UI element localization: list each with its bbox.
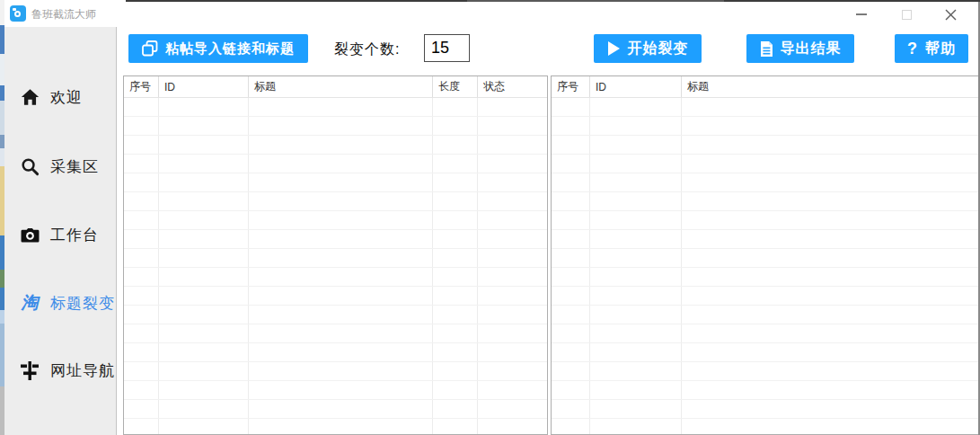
table-row[interactable] xyxy=(552,400,978,419)
table-row[interactable] xyxy=(552,155,978,173)
table-row[interactable] xyxy=(124,173,547,192)
table-cell xyxy=(590,192,682,210)
column-header-index: 序号 xyxy=(552,76,590,97)
table-row[interactable] xyxy=(552,136,978,155)
table-row[interactable] xyxy=(552,324,978,343)
table-cell xyxy=(552,419,590,435)
table-row[interactable] xyxy=(124,381,547,400)
table-row[interactable] xyxy=(552,173,978,192)
table-row[interactable] xyxy=(124,268,547,287)
table-cell xyxy=(478,136,547,154)
table-row[interactable] xyxy=(124,117,547,136)
column-header-title: 标题 xyxy=(249,76,433,97)
minimize-button[interactable] xyxy=(848,2,875,27)
table-row[interactable] xyxy=(552,362,978,381)
table-row[interactable] xyxy=(124,98,547,117)
sidebar-item-collection[interactable]: 采集区 xyxy=(4,152,116,181)
table-row[interactable] xyxy=(552,268,978,287)
table-cell xyxy=(552,173,590,191)
table-cell xyxy=(478,306,547,324)
table-cell xyxy=(552,362,590,380)
table-row[interactable] xyxy=(552,192,978,211)
sidebar-item-title-fission[interactable]: 淘 标题裂变 xyxy=(4,289,116,317)
table-row[interactable] xyxy=(124,287,547,306)
paste-import-button[interactable]: 粘帖导入链接和标题 xyxy=(128,34,308,63)
table-row[interactable] xyxy=(552,306,978,324)
sidebar-item-workbench[interactable]: 工作台 xyxy=(4,220,116,249)
table-cell xyxy=(433,136,478,154)
sidebar-item-url-navigation[interactable]: 网址导航 xyxy=(4,356,116,385)
table-cell xyxy=(478,117,547,135)
table-row[interactable] xyxy=(124,400,547,419)
table-cell xyxy=(478,324,547,342)
table-row[interactable] xyxy=(124,324,547,343)
table-cell xyxy=(124,192,159,210)
table-row[interactable] xyxy=(552,249,978,268)
table-row[interactable] xyxy=(552,117,978,136)
table-cell xyxy=(159,362,249,380)
table-row[interactable] xyxy=(552,287,978,306)
table-cell xyxy=(433,192,478,210)
table-cell xyxy=(552,98,590,116)
table-cell xyxy=(249,324,433,342)
home-icon xyxy=(20,87,40,107)
table-row[interactable] xyxy=(552,343,978,362)
table-cell xyxy=(159,400,249,418)
table-cell xyxy=(552,343,590,361)
table-cell xyxy=(249,268,433,286)
table-row[interactable] xyxy=(552,419,978,435)
desktop-background-strip xyxy=(0,0,4,435)
table-cell xyxy=(159,324,249,342)
export-results-button[interactable]: 导出结果 xyxy=(746,34,854,63)
table-row[interactable] xyxy=(124,343,547,362)
close-icon xyxy=(945,9,957,21)
table-row[interactable] xyxy=(124,211,547,230)
table-cell xyxy=(552,155,590,173)
sidebar-item-label: 工作台 xyxy=(50,225,99,245)
search-icon xyxy=(20,156,40,176)
close-button[interactable] xyxy=(937,2,964,27)
sidebar-item-label: 网址导航 xyxy=(50,360,115,381)
table-cell xyxy=(124,117,159,135)
maximize-button[interactable] xyxy=(893,2,920,27)
table-cell xyxy=(433,249,478,267)
table-cell xyxy=(159,98,249,116)
table-cell xyxy=(124,98,159,116)
table-row[interactable] xyxy=(552,98,978,117)
table-cell xyxy=(682,324,978,342)
table-row[interactable] xyxy=(124,249,547,268)
table-cell xyxy=(159,419,249,435)
table-cell xyxy=(590,173,682,191)
table-cell xyxy=(590,381,682,399)
table-cell xyxy=(682,155,978,173)
table-cell xyxy=(433,362,478,380)
table-cell xyxy=(478,155,547,173)
window-title: 鲁班截流大师 xyxy=(31,7,96,22)
table-row[interactable] xyxy=(124,155,547,173)
table-row[interactable] xyxy=(552,211,978,230)
table-cell xyxy=(478,381,547,399)
sidebar-item-welcome[interactable]: 欢迎 xyxy=(4,83,116,111)
table-row[interactable] xyxy=(124,192,547,211)
fission-count-input[interactable] xyxy=(424,34,470,62)
table-row[interactable] xyxy=(124,306,547,324)
help-button[interactable]: ? 帮助 xyxy=(895,34,968,63)
table-row[interactable] xyxy=(124,136,547,155)
camera-icon xyxy=(20,225,40,244)
table-row[interactable] xyxy=(552,381,978,400)
table-cell xyxy=(159,268,249,286)
table-body xyxy=(552,98,978,435)
table-cell xyxy=(590,362,682,380)
table-cell xyxy=(159,287,249,305)
table-row[interactable] xyxy=(124,419,547,435)
start-fission-button[interactable]: 开始裂变 xyxy=(594,34,702,63)
table-row[interactable] xyxy=(124,230,547,249)
table-row[interactable] xyxy=(124,362,547,381)
table-row[interactable] xyxy=(552,230,978,249)
table-cell xyxy=(590,400,682,418)
table-cell xyxy=(249,155,433,173)
table-cell xyxy=(590,287,682,305)
table-cell xyxy=(590,211,682,229)
table-cell xyxy=(682,117,978,135)
table-cell xyxy=(124,306,159,324)
